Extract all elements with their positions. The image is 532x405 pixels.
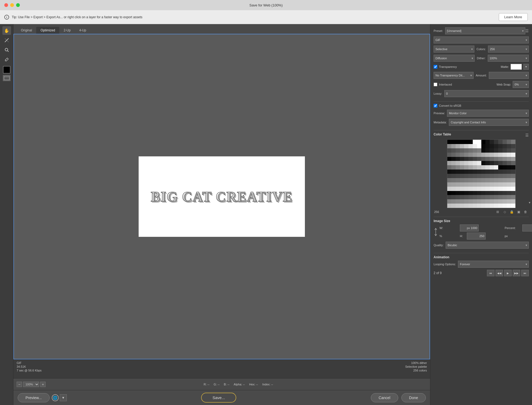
color-table-cell[interactable] (485, 199, 490, 204)
color-table-cell[interactable] (477, 153, 481, 157)
color-table-cell[interactable] (477, 140, 481, 144)
color-table-cell[interactable] (490, 148, 494, 153)
color-table-cell[interactable] (451, 140, 456, 144)
color-table-cell[interactable] (481, 182, 486, 187)
color-table-cell[interactable] (494, 144, 498, 148)
color-table-cell[interactable] (464, 140, 468, 144)
color-table-cell[interactable] (494, 191, 498, 195)
color-table-cell[interactable] (485, 191, 490, 195)
color-table-cell[interactable] (507, 161, 511, 165)
color-table-cell[interactable] (477, 191, 481, 195)
color-table-cell[interactable] (498, 187, 503, 191)
color-table-cell[interactable] (490, 204, 494, 208)
color-table-cell[interactable] (451, 187, 456, 191)
color-table-cell[interactable] (456, 182, 460, 187)
color-swatch[interactable] (3, 66, 10, 73)
anim-next-button[interactable]: ▶▶ (513, 270, 520, 276)
color-table-cell[interactable] (507, 204, 511, 208)
color-table-cell[interactable] (477, 144, 481, 148)
color-table-cell[interactable] (490, 178, 494, 182)
color-table-cell[interactable] (503, 182, 507, 187)
color-table-cell[interactable] (507, 157, 511, 161)
color-table-cell[interactable] (490, 161, 494, 165)
color-table-cell[interactable] (511, 144, 515, 148)
color-table-cell[interactable] (473, 148, 477, 153)
color-table-cell[interactable] (494, 153, 498, 157)
color-table-cell[interactable] (485, 148, 490, 153)
color-table-cell[interactable] (464, 204, 468, 208)
color-table-cell[interactable] (498, 195, 503, 199)
color-table-cell[interactable] (511, 199, 515, 204)
tab-4up[interactable]: 4-Up (75, 27, 90, 34)
hand-tool[interactable]: ✋ (2, 26, 11, 35)
color-table-cell[interactable] (481, 204, 486, 208)
format-select[interactable]: GIF JPEG PNG-8 PNG-24 WBMP (434, 36, 529, 43)
color-table-cell[interactable] (503, 153, 507, 157)
color-table-cell[interactable] (507, 144, 511, 148)
color-table-cell[interactable] (468, 161, 473, 165)
color-table-cell[interactable] (481, 140, 486, 144)
color-table-cell[interactable] (460, 157, 464, 161)
color-table-cell[interactable] (464, 170, 468, 174)
color-table-cell[interactable] (456, 199, 460, 204)
color-table-cell[interactable] (464, 178, 468, 182)
color-table-cell[interactable] (456, 170, 460, 174)
color-table-cell[interactable] (481, 144, 486, 148)
color-table-cell[interactable] (481, 199, 486, 204)
color-table-cell[interactable] (485, 182, 490, 187)
convert-srgb-checkbox[interactable] (434, 104, 437, 108)
done-button[interactable]: Done (401, 393, 426, 402)
ct-delete-icon[interactable]: 🗑 (523, 209, 528, 215)
color-table-cell[interactable] (511, 140, 515, 144)
color-table-cell[interactable] (451, 204, 456, 208)
color-table-cell[interactable] (477, 157, 481, 161)
color-table-cell[interactable] (451, 165, 456, 170)
color-table-cell[interactable] (503, 187, 507, 191)
color-table-cell[interactable] (460, 170, 464, 174)
color-table-cell[interactable] (456, 178, 460, 182)
color-table-cell[interactable] (460, 182, 464, 187)
color-table-cell[interactable] (494, 178, 498, 182)
color-table-cell[interactable] (456, 161, 460, 165)
color-table-cell[interactable] (477, 182, 481, 187)
color-table-cell[interactable] (494, 148, 498, 153)
color-table-cell[interactable] (460, 165, 464, 170)
color-table-cell[interactable] (485, 187, 490, 191)
color-table-cell[interactable] (447, 157, 452, 161)
color-table-cell[interactable] (477, 174, 481, 178)
color-table-cell[interactable] (507, 140, 511, 144)
anim-play-button[interactable]: ▶ (504, 270, 512, 276)
color-table-cell[interactable] (460, 178, 464, 182)
color-table-cell[interactable] (451, 195, 456, 199)
color-table-cell[interactable] (473, 191, 477, 195)
web-snap-select[interactable]: 0% 1% 5% (513, 81, 529, 88)
color-table-cell[interactable] (481, 148, 486, 153)
preset-menu-icon[interactable]: ☰ (525, 29, 529, 33)
color-table-cell[interactable] (456, 153, 460, 157)
no-transp-select[interactable]: No Transparency Dit... Diffusion Transpa… (434, 72, 474, 79)
tab-original[interactable]: Original (17, 27, 36, 34)
color-table-cell[interactable] (456, 187, 460, 191)
color-table-cell[interactable] (460, 148, 464, 153)
zoom-minus-button[interactable]: − (17, 382, 22, 387)
colors-select[interactable]: 256 128 64 (488, 46, 529, 53)
color-table-cell[interactable] (464, 195, 468, 199)
color-table-cell[interactable] (494, 161, 498, 165)
tab-optimized[interactable]: Optimized (36, 27, 59, 34)
color-table-cell[interactable] (507, 178, 511, 182)
color-table-cell[interactable] (511, 195, 515, 199)
color-table-cell[interactable] (447, 148, 452, 153)
color-table-cell[interactable] (464, 182, 468, 187)
color-table-cell[interactable] (507, 170, 511, 174)
color-table-cell[interactable] (477, 178, 481, 182)
color-table-cell[interactable] (473, 161, 477, 165)
color-table-cell[interactable] (464, 191, 468, 195)
color-table-cell[interactable] (473, 174, 477, 178)
quality-select[interactable]: Bicubic Bilinear Nearest Neighbor (446, 242, 529, 249)
color-table-cell[interactable] (498, 148, 503, 153)
anim-first-button[interactable]: ⏮ (487, 270, 494, 276)
color-table-cell[interactable] (485, 174, 490, 178)
color-table-cell[interactable] (490, 195, 494, 199)
color-table-cell[interactable] (473, 170, 477, 174)
color-table-cell[interactable] (498, 182, 503, 187)
